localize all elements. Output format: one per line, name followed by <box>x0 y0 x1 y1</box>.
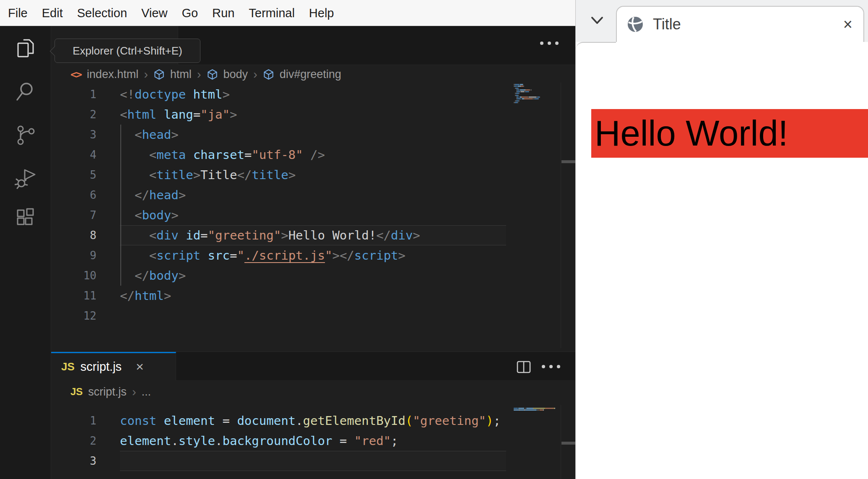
code-text: <div id="greeting">Hello World!</div> <box>120 225 420 245</box>
code-line[interactable]: 3 <box>0 451 561 471</box>
html-file-icon: <> <box>70 68 81 81</box>
chevron-right-icon: › <box>144 68 148 81</box>
minimap-row <box>514 86 540 87</box>
code-line[interactable]: 1<!doctype html> <box>0 84 561 104</box>
screen: File Edit Selection View Go Run Terminal… <box>0 0 868 479</box>
globe-favicon <box>627 16 644 33</box>
breadcrumb-symbol-body[interactable]: body <box>223 68 248 81</box>
minimap[interactable] <box>514 84 540 106</box>
code-text: <script src="./script.js"></script> <box>120 245 405 266</box>
code-text: <title>Title</title> <box>120 165 296 185</box>
browser-tab[interactable]: Title × <box>616 6 864 42</box>
code-line[interactable]: 2element.style.backgroundColor = "red"; <box>0 431 561 451</box>
line-number: 7 <box>0 205 96 225</box>
minimap-row <box>514 98 540 99</box>
code-line[interactable]: 2<html lang="ja"> <box>0 104 561 125</box>
code-line[interactable]: 7 <body> <box>0 205 561 225</box>
code-line[interactable]: 6 </head> <box>0 185 561 205</box>
overview-ruler[interactable] <box>561 83 575 348</box>
line-number: 4 <box>0 145 96 165</box>
current-line-highlight <box>120 451 506 471</box>
line-number: 9 <box>0 245 96 266</box>
tab-script-js[interactable]: JS script.js × <box>51 352 176 380</box>
breadcrumb-symbol-div[interactable]: div#greeting <box>280 68 341 81</box>
explorer-tooltip: Explorer (Ctrl+Shift+E) <box>55 39 200 63</box>
minimap-row <box>514 96 540 98</box>
panel-breadcrumb-more[interactable]: ... <box>142 385 151 398</box>
line-number: 2 <box>0 104 96 125</box>
minimap-row <box>514 411 555 413</box>
line-number: 3 <box>0 125 96 145</box>
minimap-row <box>514 91 540 92</box>
menu-selection[interactable]: Selection <box>70 0 134 26</box>
close-tab-icon[interactable]: × <box>843 16 852 32</box>
minimap-row <box>514 95 540 96</box>
menu-view[interactable]: View <box>134 0 174 26</box>
code-line[interactable]: 3 <head> <box>0 125 561 145</box>
code-line[interactable]: 10 </body> <box>0 266 561 286</box>
menu-go[interactable]: Go <box>174 0 205 26</box>
line-number: 2 <box>0 431 96 451</box>
line-number: 1 <box>0 84 96 104</box>
panel-more-actions-icon[interactable] <box>542 365 560 368</box>
code-text: <meta charset="utf-8" /> <box>120 145 325 165</box>
code-line[interactable]: 12 <box>0 306 561 326</box>
html-editor[interactable]: 1<!doctype html>2<html lang="ja">3 <head… <box>0 84 561 326</box>
js-editor[interactable]: 1const element = document.getElementById… <box>0 411 561 471</box>
minimap-row <box>514 89 540 91</box>
cursor-marker <box>561 442 576 445</box>
panel-minimap[interactable] <box>514 408 555 413</box>
code-text: </head> <box>120 185 186 205</box>
minimap-row <box>514 84 540 85</box>
code-line[interactable]: 9 <script src="./script.js"></script> <box>0 245 561 266</box>
breadcrumb-symbol-html[interactable]: html <box>170 68 192 81</box>
code-text: element.style.backgroundColor = "red"; <box>120 431 398 451</box>
menu-run[interactable]: Run <box>205 0 242 26</box>
minimap-row <box>514 104 540 105</box>
code-line[interactable]: 11</html> <box>0 286 561 306</box>
browser-tab-title: Title <box>653 16 681 33</box>
tab-label: script.js <box>81 360 122 374</box>
line-number: 10 <box>0 266 96 286</box>
split-editor-icon[interactable] <box>516 359 532 375</box>
code-line[interactable]: 4 <meta charset="utf-8" /> <box>0 145 561 165</box>
menu-help[interactable]: Help <box>302 0 341 26</box>
minimap-row <box>514 93 540 94</box>
greeting-text: Hello World! <box>591 113 788 154</box>
menu-bar: File Edit Selection View Go Run Terminal… <box>0 0 575 26</box>
tooltip-text: Explorer (Ctrl+Shift+E) <box>73 44 182 57</box>
menu-file[interactable]: File <box>1 0 35 26</box>
panel-overview-ruler[interactable] <box>561 405 575 479</box>
code-line[interactable]: 8 <div id="greeting">Hello World!</div> <box>0 225 561 245</box>
minimap-row <box>514 88 540 89</box>
panel-breadcrumb-file[interactable]: script.js <box>88 385 127 398</box>
browser-viewport: Hello World! <box>576 91 868 479</box>
chevron-right-icon: › <box>253 68 257 81</box>
tab-search-chevron-icon[interactable] <box>590 15 604 26</box>
menu-edit[interactable]: Edit <box>35 0 70 26</box>
editor-more-actions-icon[interactable] <box>540 42 559 45</box>
close-tab-icon[interactable]: × <box>136 359 144 375</box>
line-number: 8 <box>0 225 96 245</box>
code-line[interactable]: 5 <title>Title</title> <box>0 165 561 185</box>
panel-breadcrumb: JS script.js › ... <box>70 383 151 401</box>
browser-toolbar <box>576 42 868 91</box>
chevron-right-icon: › <box>197 68 201 81</box>
code-text: <head> <box>120 125 179 145</box>
code-text: <html lang="ja"> <box>120 104 237 125</box>
vscode-window: File Edit Selection View Go Run Terminal… <box>0 0 575 479</box>
cursor-marker <box>561 160 576 163</box>
explorer-icon[interactable] <box>15 37 36 59</box>
code-text: <body> <box>120 205 179 225</box>
code-text: </body> <box>120 266 186 286</box>
chevron-right-icon: › <box>132 385 136 399</box>
browser-window: Title × ← → i /home/u Hello World! <box>575 0 868 479</box>
line-number: 5 <box>0 165 96 185</box>
code-line[interactable]: 1const element = document.getElementById… <box>0 411 561 431</box>
menu-terminal[interactable]: Terminal <box>242 0 302 26</box>
breadcrumb-file[interactable]: index.html <box>87 68 138 81</box>
toolbar-corner <box>576 42 616 51</box>
symbol-cube-icon <box>207 69 218 80</box>
panel-tab-bar: JS script.js × <box>51 351 575 380</box>
minimap-row <box>514 408 555 409</box>
